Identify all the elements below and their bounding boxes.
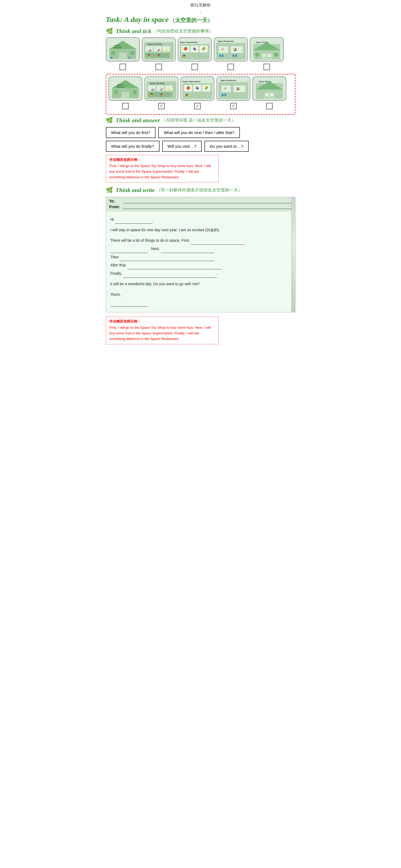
email-line1: I will stay in space for one day next ye… <box>111 226 288 234</box>
svg-rect-86 <box>234 85 246 92</box>
teacher-example1-content: First, I will go to the Space Toy Shop t… <box>109 163 215 180</box>
email-hi-blank[interactable] <box>115 220 153 224</box>
checkbox-r2-3[interactable]: √ <box>194 103 201 109</box>
img-toyshop1: Space Toy Shop 🤖 🚀 ⭐ 👦 👧 🛒 <box>142 37 176 62</box>
svg-point-51 <box>274 53 278 57</box>
checkbox-row1 <box>106 64 296 70</box>
checkbox-cell-r2-3: √ <box>181 103 214 109</box>
checkbox-cell-2 <box>142 64 176 70</box>
checkbox-cell-r2-5 <box>252 103 286 109</box>
svg-text:👧: 👧 <box>160 93 163 96</box>
image-cell-toyshop2: Space Toy Shop 🤖 🚀 ⭐ 👦 👧 <box>145 76 178 101</box>
checkbox-r2-5[interactable] <box>266 103 273 109</box>
checkbox-5[interactable] <box>264 64 270 70</box>
qa-btn-next[interactable]: What will you do next / then / after tha… <box>158 127 240 138</box>
checkbox-1[interactable] <box>120 64 126 70</box>
email-yours: Yours, <box>111 290 288 299</box>
svg-text:🚀: 🚀 <box>157 49 160 52</box>
checkbox-cell-3 <box>178 64 212 70</box>
checkbox-2[interactable] <box>155 64 162 70</box>
email-blank-finally[interactable] <box>123 274 217 278</box>
qa-buttons-container: What will you do first? What will you do… <box>106 127 296 152</box>
svg-text:Space Supermarket: Space Supermarket <box>183 81 201 83</box>
email-to-row: To: <box>109 199 292 203</box>
section1-heading: 🌿 Think and tick （勾出你想在太空里做的事情） <box>106 28 296 35</box>
checkbox-4[interactable] <box>227 64 234 70</box>
svg-rect-95 <box>265 93 269 96</box>
img-restaurant2: Space Restaurant 🍜 🍱 👤👤 <box>216 76 250 101</box>
checkbox-r2-4[interactable]: √ <box>230 103 237 109</box>
svg-text:👦: 👦 <box>148 54 150 57</box>
img-supermarket2: Space Supermarket 🍎 🍇 🌽 👧 <box>181 76 214 101</box>
email-blank-cont[interactable] <box>111 249 148 253</box>
email-line4: Then . <box>111 253 288 261</box>
svg-text:🤖: 🤖 <box>151 88 154 91</box>
svg-text:Space Restaurant: Space Restaurant <box>220 80 237 82</box>
img-museum1: Space Museum 👤 👤 <box>106 37 140 62</box>
email-from-input[interactable] <box>123 205 292 209</box>
email-line5: After that, . <box>111 261 288 269</box>
svg-rect-96 <box>270 93 273 96</box>
teacher-example-2: 作业精灵老师示例： First, I will go to the Space … <box>106 317 219 344</box>
email-box: To: From: Hi , I will stay in space for … <box>106 197 296 312</box>
svg-text:👧: 👧 <box>185 94 189 97</box>
email-line7: It will be a wonderful day. Do you want … <box>111 280 288 288</box>
svg-rect-57 <box>121 92 129 98</box>
section2-bullet: 🌿 <box>106 117 113 124</box>
img-toyshop2: Space Toy Shop 🤖 🚀 ⭐ 👦 👧 <box>145 76 178 101</box>
image-cell-toyshop1: Space Toy Shop 🤖 🚀 ⭐ 👦 👧 🛒 <box>142 37 176 62</box>
svg-text:🍇: 🍇 <box>195 86 199 90</box>
qa-btn-visit[interactable]: Will you visit ...? <box>162 141 202 152</box>
image-cell-museum2: Space Museum <box>109 76 142 101</box>
email-to-label: To: <box>109 199 121 203</box>
svg-text:🤖: 🤖 <box>149 49 152 52</box>
img-restaurant1: Space Restaurant 🍜 🍱 👤👤 👤👤 <box>214 37 248 62</box>
image-grid-row1: Space Museum 👤 👤 Space Toy Shop 🤖 <box>106 37 296 62</box>
email-blank-then[interactable] <box>120 257 214 261</box>
email-line2: There will be a lot of things to do in s… <box>111 236 288 245</box>
svg-text:Space Supermarket: Space Supermarket <box>180 41 198 43</box>
svg-point-6 <box>111 51 116 55</box>
checkbox-r2-2[interactable]: √ <box>158 103 165 109</box>
email-blank-first[interactable] <box>191 241 245 245</box>
svg-text:🌽: 🌽 <box>205 86 209 90</box>
img-school1: Space School <box>250 37 284 62</box>
checkbox-cell-4 <box>214 64 248 70</box>
svg-point-7 <box>130 51 134 55</box>
qa-btn-finally[interactable]: What will you do finally? <box>106 141 159 152</box>
email-scrollbar[interactable] <box>291 197 295 312</box>
svg-text:👧: 👧 <box>157 54 160 57</box>
image-grid-row2: Space Museum Space Toy Shop <box>109 76 293 101</box>
email-blank-next[interactable] <box>161 249 215 253</box>
email-blank-name[interactable] <box>111 303 148 307</box>
image-cell-museum1: Space Museum 👤 👤 <box>106 37 140 62</box>
section3-heading: 🌿 Think and write （写一封邮件向朋友介绍你在太空里的一天） <box>106 187 296 194</box>
teacher-example2-label: 作业精灵老师示例： <box>109 319 215 324</box>
svg-text:Space Toy Shop: Space Toy Shop <box>150 83 165 85</box>
svg-text:👧: 👧 <box>183 55 186 58</box>
svg-text:👦: 👦 <box>150 93 153 96</box>
email-hi-line: Hi , <box>111 215 288 224</box>
svg-rect-49 <box>268 54 271 57</box>
checkbox-3[interactable] <box>191 64 198 70</box>
svg-text:🍜: 🍜 <box>220 48 224 51</box>
email-from-label: From: <box>109 205 121 209</box>
checkbox-r2-1[interactable] <box>122 103 129 109</box>
svg-text:🍱: 🍱 <box>236 87 240 91</box>
img-museum2: Space Museum <box>109 76 142 101</box>
svg-text:👤👤: 👤👤 <box>221 93 227 96</box>
email-line3: . Next, . <box>111 245 288 253</box>
svg-text:🚀: 🚀 <box>160 88 163 91</box>
img-supermarket1: Space Supermarket 🍎 🍇 🌽 👧 🛒 <box>178 37 212 62</box>
section1-bullet: 🌿 <box>106 28 113 35</box>
checkbox-row2: √ √ √ <box>109 103 293 109</box>
qa-btn-want[interactable]: Do you want to ...? <box>205 141 249 152</box>
svg-text:👤: 👤 <box>111 57 113 59</box>
email-to-input[interactable] <box>123 199 292 203</box>
qa-btn-first[interactable]: What will you do first? <box>106 127 156 138</box>
email-body: Hi , I will stay in space for one day ne… <box>106 212 295 312</box>
email-header: To: From: <box>106 197 295 212</box>
image-cell-school1: Space School <box>250 37 284 62</box>
svg-point-59 <box>133 90 137 94</box>
email-blank-after[interactable] <box>128 266 222 269</box>
